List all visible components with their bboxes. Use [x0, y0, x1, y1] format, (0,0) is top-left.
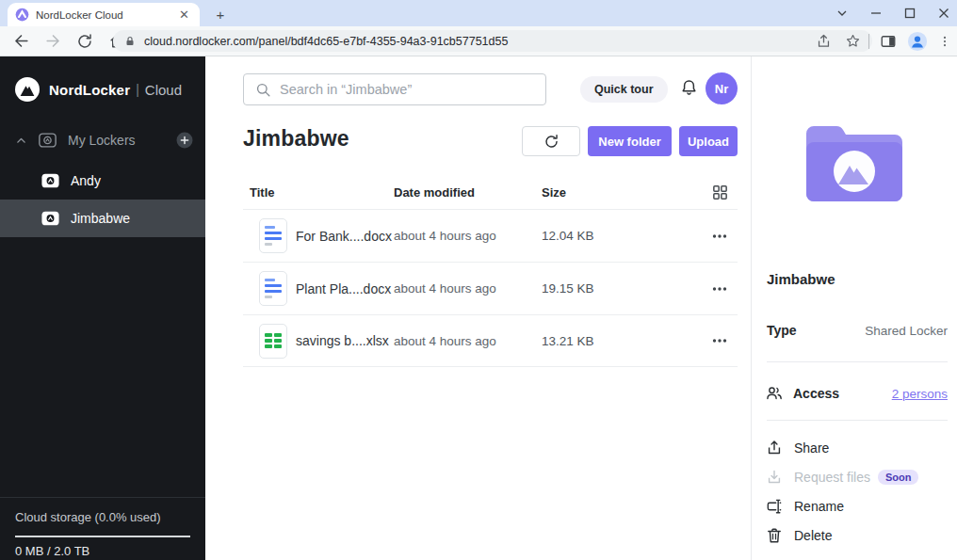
storage-label: Cloud storage (0.0% used) [15, 510, 161, 524]
brand-name: NordLocker [49, 82, 130, 98]
file-date: about 4 hours ago [394, 229, 542, 243]
docx-file-icon [259, 271, 287, 306]
details-locker-name: Jimbabwe [767, 271, 835, 287]
search-input[interactable] [244, 74, 545, 104]
file-name[interactable]: For Bank....docx [296, 229, 394, 244]
request-files-label: Request files [794, 470, 870, 485]
sidebar-item-locker-jimbabwe[interactable]: Jimbabwe [0, 200, 205, 237]
side-panel-icon[interactable] [880, 33, 897, 50]
forward-icon[interactable] [41, 30, 64, 53]
reload-icon[interactable] [73, 30, 96, 53]
grid-view-icon[interactable] [711, 184, 729, 201]
soon-badge: Soon [878, 470, 919, 485]
add-locker-icon[interactable] [176, 132, 193, 149]
file-name[interactable]: Plant Pla....docx [296, 281, 394, 296]
storage-meter: Cloud storage (0.0% used) 0 MB / 2.0 TB [0, 497, 205, 560]
share-icon [765, 439, 784, 457]
quick-tour-button[interactable]: Quick tour [580, 76, 668, 103]
column-date-modified[interactable]: Date modified [394, 185, 542, 200]
row-more-icon[interactable] [712, 286, 727, 292]
file-name[interactable]: savings b....xlsx [296, 333, 394, 348]
notifications-bell-icon[interactable] [679, 78, 699, 98]
file-size: 12.04 KB [542, 229, 702, 243]
sidebar-section-label: My Lockers [68, 133, 136, 148]
locker-folder-icon [799, 119, 910, 205]
request-files-action: Request files Soon [765, 466, 949, 488]
divider [767, 420, 948, 421]
user-avatar[interactable]: Nr [706, 72, 738, 104]
back-icon[interactable] [9, 30, 32, 53]
bookmark-star-icon[interactable] [845, 33, 861, 49]
storage-usage: 0 MB / 2.0 TB [15, 544, 89, 558]
brand-divider: | [136, 82, 139, 97]
brand-suffix: Cloud [145, 82, 182, 98]
sidebar: NordLocker | Cloud My Lockers Andy Jimba… [0, 56, 205, 560]
search-icon [254, 81, 272, 99]
search-box [243, 73, 546, 105]
file-date: about 4 hours ago [394, 281, 542, 296]
people-icon [765, 384, 784, 403]
rename-action[interactable]: Rename [765, 495, 949, 518]
new-folder-button[interactable]: New folder [588, 126, 672, 156]
new-tab-button[interactable]: + [211, 5, 230, 24]
chevron-up-icon[interactable] [15, 135, 27, 147]
xlsx-file-icon [259, 324, 287, 359]
browser-profile-avatar[interactable] [907, 31, 928, 52]
details-type-row: Type Shared Locker [767, 323, 948, 338]
rename-icon [765, 497, 784, 516]
file-size: 19.15 KB [542, 281, 702, 296]
file-row[interactable]: For Bank....docx about 4 hours ago 12.04… [243, 209, 738, 262]
browser-menu-icon[interactable] [938, 34, 951, 49]
toolbar-divider [868, 34, 869, 49]
file-row[interactable]: Plant Pla....docx about 4 hours ago 19.1… [243, 262, 738, 314]
site-favicon [15, 8, 29, 22]
sidebar-item-my-lockers[interactable]: My Lockers [0, 122, 205, 158]
browser-tab[interactable]: NordLocker Cloud ✕ [8, 3, 200, 26]
address-bar[interactable]: cloud.nordlocker.com/panel/bdf4dc65-e7bf… [113, 30, 872, 52]
column-title[interactable]: Title [243, 185, 394, 200]
locker-icon [41, 173, 59, 188]
locker-name: Jimbabwe [71, 211, 130, 226]
browser-tab-strip: NordLocker Cloud ✕ + [0, 0, 957, 26]
storage-progress-bar [15, 536, 190, 537]
delete-action[interactable]: Delete [765, 524, 949, 547]
divider [767, 361, 948, 362]
app-window: NordLocker | Cloud My Lockers Andy Jimba… [0, 56, 957, 560]
browser-toolbar: cloud.nordlocker.com/panel/bdf4dc65-e7bf… [0, 26, 957, 56]
file-table: Title Date modified Size For Bank....doc… [243, 175, 738, 367]
locker-icon [41, 211, 59, 226]
row-more-icon[interactable] [712, 233, 727, 239]
share-action[interactable]: Share [765, 437, 949, 459]
window-maximize-icon[interactable] [904, 8, 916, 19]
type-value: Shared Locker [865, 324, 948, 338]
refresh-button[interactable] [522, 126, 580, 156]
tab-search-chevron-icon[interactable] [836, 8, 848, 19]
details-actions: Share Request files Soon Rename Delete [765, 437, 949, 547]
details-access-row: Access 2 persons [765, 381, 948, 406]
nordlocker-logo-icon [15, 77, 40, 102]
file-date: about 4 hours ago [394, 334, 542, 348]
brand-logo: NordLocker | Cloud [15, 77, 182, 102]
details-panel: Jimbabwe Type Shared Locker Access 2 per… [751, 56, 957, 560]
type-label: Type [767, 323, 797, 338]
ssl-padlock-icon[interactable] [124, 35, 136, 48]
access-label: Access [793, 386, 892, 401]
delete-label: Delete [794, 528, 832, 543]
docx-file-icon [259, 218, 287, 253]
trash-icon [765, 526, 784, 545]
main-panel: Quick tour Nr Jimbabwe New folder Upload… [205, 56, 751, 560]
file-row[interactable]: savings b....xlsx about 4 hours ago 13.2… [243, 314, 738, 367]
url-text[interactable]: cloud.nordlocker.com/panel/bdf4dc65-e7bf… [144, 35, 816, 48]
row-more-icon[interactable] [712, 338, 727, 344]
locker-name: Andy [71, 173, 101, 188]
share-label: Share [794, 440, 829, 456]
access-persons-link[interactable]: 2 persons [892, 387, 948, 401]
tab-close-icon[interactable]: ✕ [176, 8, 192, 22]
sidebar-item-locker-andy[interactable]: Andy [0, 162, 205, 200]
window-close-icon[interactable] [938, 8, 949, 19]
table-header: Title Date modified Size [243, 175, 738, 209]
column-size[interactable]: Size [542, 185, 702, 200]
upload-button[interactable]: Upload [679, 126, 738, 156]
share-page-icon[interactable] [816, 33, 832, 49]
window-minimize-icon[interactable] [870, 8, 882, 19]
